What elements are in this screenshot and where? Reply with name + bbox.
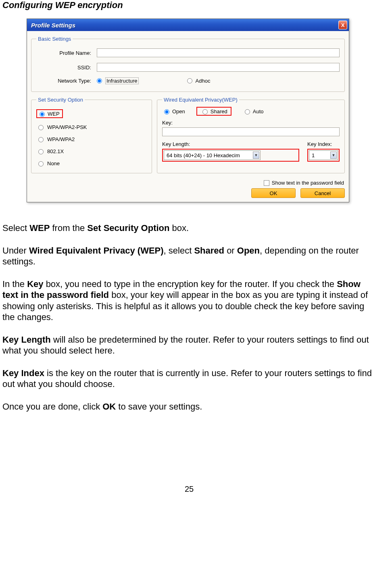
page-heading: Configuring WEP encryption — [2, 0, 376, 10]
wep-legend: Wired Equivalent Privacy(WEP) — [162, 97, 239, 103]
dialog-title: Profile Settings — [31, 22, 75, 29]
security-8021x[interactable]: 802.1X — [36, 148, 147, 154]
security-none[interactable]: None — [36, 160, 147, 166]
security-wpa[interactable]: WPA/WPA2 — [36, 136, 147, 142]
wep-auto[interactable]: Auto — [243, 108, 264, 114]
close-icon: X — [341, 22, 345, 28]
network-type-label: Network Type: — [36, 78, 97, 84]
paragraph-1: Select WEP from the Set Security Option … — [2, 223, 376, 234]
paragraph-6: Once you are done, click OK to save your… — [2, 401, 376, 412]
radio-wpa-psk[interactable] — [38, 125, 44, 130]
radio-wpa[interactable] — [38, 137, 44, 142]
adhoc-text: Adhoc — [196, 78, 211, 84]
paragraph-2: Under Wired Equivalent Privacy (WEP), se… — [2, 245, 376, 267]
close-button[interactable]: X — [338, 21, 347, 29]
radio-8021x[interactable] — [38, 149, 44, 154]
shared-text: Shared — [211, 108, 227, 114]
ssid-label: SSID: — [36, 64, 97, 71]
auto-text: Auto — [253, 108, 264, 114]
ok-label: OK — [270, 190, 277, 196]
chevron-down-icon: ▼ — [330, 152, 337, 159]
ssid-input[interactable] — [97, 63, 340, 72]
key-input[interactable] — [162, 127, 340, 136]
cancel-label: Cancel — [315, 190, 331, 196]
wep-group: Wired Equivalent Privacy(WEP) Open Share… — [157, 97, 345, 173]
8021x-text: 802.1X — [47, 148, 64, 154]
radio-wep[interactable] — [40, 112, 45, 117]
basic-settings-group: Basic Settings Profile Name: SSID: Netwo… — [31, 36, 345, 92]
key-length-select[interactable]: 64 bits (40+24) - 10 Hexadecim ▼ — [164, 150, 261, 160]
ok-button[interactable]: OK — [251, 188, 296, 198]
cancel-button[interactable]: Cancel — [300, 188, 345, 198]
paragraph-5: Key Index is the key on the router that … — [2, 368, 376, 390]
profile-name-label: Profile Name: — [36, 50, 97, 56]
radio-adhoc[interactable] — [187, 78, 192, 83]
wep-shared[interactable]: Shared — [196, 107, 231, 116]
wep-text: WEP — [48, 111, 60, 117]
set-security-option-group: Set Security Option WEP WPA/WPA2-PSK — [31, 97, 152, 173]
paragraph-3: In the Key box, you need to type in the … — [2, 279, 376, 323]
key-index-select[interactable]: 1 ▼ — [309, 150, 338, 160]
titlebar: Profile Settings X — [27, 19, 349, 31]
show-text-label: Show text in the password field — [272, 180, 344, 186]
profile-name-input[interactable] — [97, 48, 340, 57]
key-index-value: 1 — [312, 152, 315, 158]
security-legend: Set Security Option — [36, 97, 85, 103]
radio-shared[interactable] — [202, 109, 208, 114]
infrastructure-text: Infrastructure — [105, 77, 139, 84]
key-index-label: Key Index: — [307, 141, 340, 147]
chevron-down-icon: ▼ — [253, 152, 259, 159]
wpa-psk-text: WPA/WPA2-PSK — [47, 124, 87, 130]
security-wpa-psk[interactable]: WPA/WPA2-PSK — [36, 124, 147, 130]
radio-auto[interactable] — [245, 109, 250, 114]
radio-open[interactable] — [164, 109, 169, 114]
basic-settings-legend: Basic Settings — [36, 36, 73, 42]
paragraph-4: Key Length will also be predetermined by… — [2, 334, 376, 356]
radio-infrastructure[interactable] — [97, 78, 102, 83]
screenshot: Profile Settings X Basic Settings Profil… — [27, 19, 376, 202]
none-text: None — [47, 160, 60, 166]
security-wep[interactable]: WEP — [36, 109, 147, 118]
key-length-value: 64 bits (40+24) - 10 Hexadecim — [167, 152, 240, 158]
wpa-text: WPA/WPA2 — [47, 136, 75, 142]
network-type-infrastructure[interactable]: Infrastructure — [97, 77, 139, 84]
profile-settings-dialog: Profile Settings X Basic Settings Profil… — [27, 19, 349, 202]
show-text-checkbox[interactable] — [264, 180, 269, 186]
open-text: Open — [172, 108, 185, 114]
radio-none[interactable] — [38, 161, 44, 166]
wep-open[interactable]: Open — [162, 108, 185, 114]
key-length-label: Key Length: — [162, 141, 299, 147]
page-number: 25 — [2, 485, 376, 494]
network-type-adhoc[interactable]: Adhoc — [187, 78, 211, 84]
key-label: Key: — [162, 120, 340, 126]
